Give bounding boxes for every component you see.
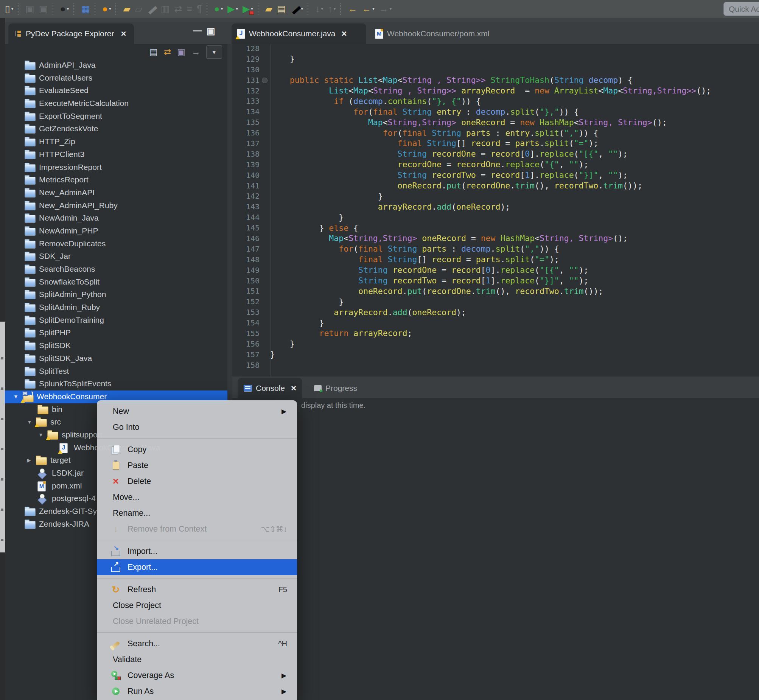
menu-item-import[interactable]: Import... [97,543,297,559]
tree-item-snowflaketosplit[interactable]: SnowflakeToSplit [5,276,227,289]
tree-item-executemetriccalculation[interactable]: ExecuteMetricCalculation [5,97,227,110]
menu-item-search[interactable]: Search...^H [97,636,297,652]
menu-item-new[interactable]: New▶ [97,403,297,419]
chevron-down-icon[interactable]: ▼ [38,432,44,438]
paste-folder-icon[interactable]: ▤ [275,2,288,16]
code-lines: 128129 }130131 public static List<Map<St… [232,44,759,370]
prev-annotation-icon[interactable]: ↑▾ [326,2,337,16]
menu-item-close-project[interactable]: Close Project [97,597,297,613]
outline-list-icon[interactable]: ≡ [185,2,194,16]
orange-package-icon[interactable]: ●▾ [100,2,113,16]
close-icon[interactable]: × [341,28,347,39]
tree-item-exporttosegment[interactable]: ExportToSegment [5,110,227,123]
tree-item-splitdemotraining[interactable]: SplitDemoTraining [5,314,227,327]
close-icon[interactable]: × [121,28,126,39]
open-folder-icon[interactable]: ▰ [263,2,274,16]
menu-item-validate[interactable]: Validate [97,652,297,667]
menu-item-close-unrelated-project[interactable]: Close Unrelated Project [97,613,297,629]
tab-webhookconsumer-pom-xml[interactable]: WebhookConsumer/pom.xml [369,23,495,44]
tree-item-splitadmin-python[interactable]: SplitAdmin_Python [5,288,227,301]
tree-item-httpclient3[interactable]: HTTPClient3 [5,148,227,161]
chevron-right-icon[interactable]: ▶ [27,457,31,463]
next-annotation-icon[interactable]: ↓▾ [313,2,325,16]
tree-item-newadmin-php[interactable]: NewAdmin_PHP [5,225,227,238]
back-history-icon[interactable]: ←▾ [360,2,376,16]
collapse-all-icon[interactable]: ▤ [150,47,158,57]
mark-occurrences-icon[interactable]: ▬ [145,2,158,16]
tree-item-metricsreport[interactable]: MetricsReport [5,174,227,186]
chevron-down-icon[interactable]: ▼ [13,394,19,400]
tree-item-splitadmin-ruby[interactable]: SplitAdmin_Ruby [5,301,227,314]
tree-item-splitsdk[interactable]: SplitSDK [5,339,227,352]
menu-item-export[interactable]: Export... [97,559,297,575]
menu-item-move[interactable]: Move... [97,489,297,505]
menu-item-refresh[interactable]: ↻RefreshF5 [97,581,297,597]
code-line-144: 144 } [232,212,759,222]
coverage-run-icon[interactable]: ▶▾ [241,2,255,16]
save-icon[interactable]: ▣ [23,2,36,16]
warning-icon [20,399,25,403]
new-wizard-icon[interactable]: ▯▾ [3,2,15,16]
link-with-editor-icon[interactable]: ⇄ [164,47,171,57]
pom-icon [37,481,46,492]
folder-blue-icon [25,73,36,84]
code-line-148: 148 final String[] record = parts.split(… [232,254,759,265]
menu-item-remove-from-context[interactable]: ↓Remove from Context⌥⇧⌘↓ [97,521,297,537]
menu-item-rename[interactable]: Rename... [97,505,297,521]
tab-webhookconsumer-java[interactable]: WebhookConsumer.java × [231,23,366,44]
run-icon[interactable]: ▶▾ [225,2,240,16]
folder-blue-icon [25,520,36,530]
menu-item-paste[interactable]: Paste [97,458,297,473]
tree-item-splunktosplitevents[interactable]: SplunkToSplitEvents [5,378,227,391]
tree-item-http-zip[interactable]: HTTP_Zip [5,136,227,148]
team-sync-icon[interactable]: ▱ [133,2,144,16]
tab-console[interactable]: Console × [237,378,302,398]
run-icon [108,688,123,695]
forward-history-icon[interactable]: →▾ [377,2,394,16]
code-editor[interactable]: 128129 }130131 public static List<Map<St… [232,44,759,377]
last-edit-location-icon[interactable]: ← [346,2,359,16]
menu-item-coverage-as[interactable]: Coverage As▶ [97,667,297,683]
compare-icon[interactable]: ⇄ [173,2,184,16]
folder-blue-icon [25,201,36,211]
tree-item-splitphp[interactable]: SplitPHP [5,327,227,339]
menu-item-go-into[interactable]: Go Into [97,419,297,435]
tree-item-sdk-jar[interactable]: SDK_Jar [5,250,227,263]
chevron-down-icon[interactable]: ▼ [27,419,32,425]
focus-task-icon[interactable]: ▣ [177,47,186,57]
toolbar-separator [73,3,77,15]
tree-item-newadmin-java[interactable]: NewAdmin_Java [5,212,227,225]
debug-bug-icon[interactable]: ●▾ [212,2,225,16]
package-gray-icon[interactable]: ▥ [159,2,172,16]
tree-item-searchbeacons[interactable]: SearchBeacons [5,263,227,276]
menu-item-delete[interactable]: ×Delete [97,473,297,489]
console-view-icon[interactable]: ▦ [79,2,92,16]
quick-access-box[interactable]: Quick Access [723,2,759,16]
tab-pydev-package-explorer[interactable]: PyDev Package Explorer × [8,23,134,44]
tree-item-splitsdk-java[interactable]: SplitSDK_Java [5,352,227,365]
minimize-view-button[interactable]: — [193,25,202,36]
tree-item-evaluateseed[interactable]: EvaluateSeed [5,84,227,97]
tree-item-removeduplicates[interactable]: RemoveDuplicates [5,238,227,250]
menu-item-run-as[interactable]: Run As▶ [97,683,297,699]
save-all-icon[interactable]: ▣ [37,2,50,16]
menu-item-copy[interactable]: Copy [97,442,297,458]
line-number: 146 [232,234,259,243]
filters-icon[interactable]: → [191,47,200,57]
tree-item-splittest[interactable]: SplitTest [5,365,227,378]
tree-item-new-adminapi-ruby[interactable]: New_AdminAPI_Ruby [5,199,227,212]
maximize-view-button[interactable]: ▣ [206,26,215,36]
user-profile-icon[interactable]: ●▾ [58,2,71,16]
pilcrow-icon[interactable]: ¶ [195,2,203,16]
tree-item-getzendeskvote[interactable]: GetZendeskVote [5,123,227,136]
tab-progress[interactable]: Progress [310,378,361,398]
line-number: 144 [232,212,259,222]
tree-item-correlateusers[interactable]: CorrelateUsers [5,72,227,85]
tree-item-impressionreport[interactable]: ImpressionReport [5,161,227,174]
view-menu-icon[interactable]: ▼ [206,45,222,59]
tree-item-new-adminapi[interactable]: New_AdminAPI [5,186,227,199]
tree-item-adminapi-java[interactable]: AdminAPI_Java [5,59,227,72]
close-icon[interactable]: × [291,383,296,394]
flashlight-search-icon[interactable]: ▬▾ [289,2,305,16]
open-resource-folder-icon[interactable]: ▰ [121,2,132,16]
